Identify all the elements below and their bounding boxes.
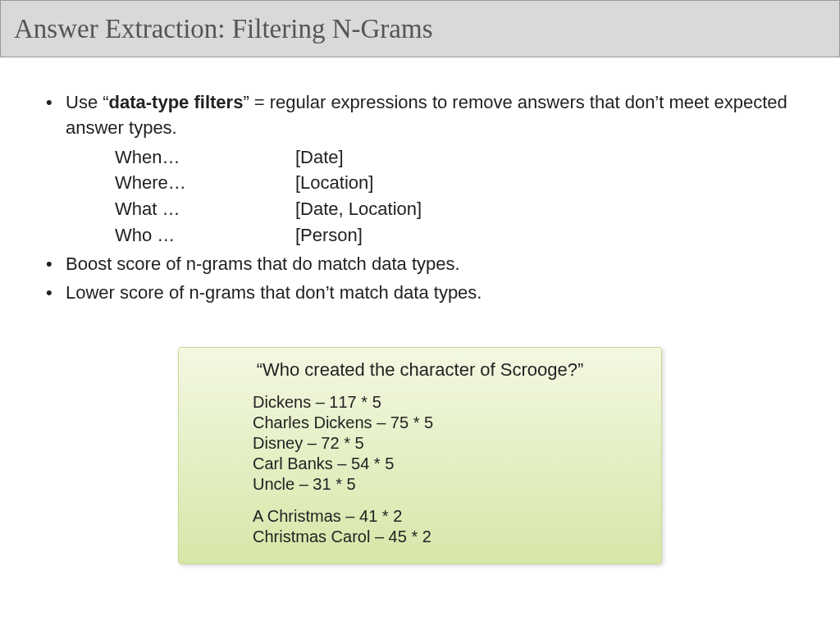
filter-type: [Date, Location] [295,196,422,222]
bullet-1-pre: Use “ [66,92,109,112]
bullet-item-1: Use “data-type filters” = regular expres… [41,90,799,249]
slide-title-bar: Answer Extraction: Filtering N-Grams [0,0,840,57]
filter-question: When… [115,144,295,171]
example-answer: Christmas Carol – 45 * 2 [253,527,637,547]
bullet-item-2: Boost score of n-grams that do match dat… [41,252,799,277]
example-answers: Dickens – 117 * 5 Charles Dickens – 75 *… [253,392,637,547]
filter-type: [Date] [295,144,344,171]
example-answer: Dickens – 117 * 5 [253,392,637,413]
filter-type: [Person] [295,222,363,249]
spacer [253,495,637,506]
example-answer: Charles Dickens – 75 * 5 [253,413,637,433]
example-answer: Carl Banks – 54 * 5 [253,454,637,474]
filter-question: What … [115,196,295,222]
example-answer: Disney – 72 * 5 [253,433,637,454]
filter-row: Where… [Location] [115,170,799,196]
filter-row: When… [Date] [115,144,799,171]
filter-type: [Location] [295,170,373,196]
filter-table: When… [Date] Where… [Location] What … [D… [115,144,799,249]
bullet-1-bold: data-type filters [109,92,244,112]
slide-title: Answer Extraction: Filtering N-Grams [14,14,432,44]
example-box: “Who created the character of Scrooge?” … [178,347,662,564]
example-question: “Who created the character of Scrooge?” [203,359,637,381]
filter-row: What … [Date, Location] [115,196,799,222]
filter-question: Who … [115,222,295,249]
bullet-list: Use “data-type filters” = regular expres… [41,90,799,306]
example-answer: Uncle – 31 * 5 [253,474,637,495]
bullet-item-3: Lower score of n-grams that don’t match … [41,281,799,306]
filter-question: Where… [115,170,295,196]
example-answer: A Christmas – 41 * 2 [253,506,637,527]
slide-content: Use “data-type filters” = regular expres… [0,57,840,564]
filter-row: Who … [Person] [115,222,799,249]
